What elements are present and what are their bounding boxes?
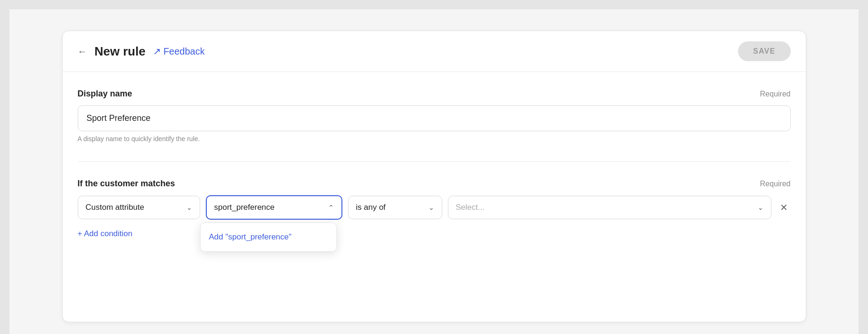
page-title: New rule <box>95 44 146 59</box>
app-container: ← New rule ↗ Feedback SAVE Display name … <box>9 9 859 334</box>
panel-content: Display name Required A display name to … <box>63 72 806 276</box>
select-placeholder: Select... <box>456 203 485 212</box>
select-chevron-icon: ⌄ <box>758 204 763 211</box>
display-name-label: Display name <box>78 89 132 99</box>
feedback-external-icon: ↗ <box>153 46 161 57</box>
sport-preference-dropdown[interactable]: sport_preference ⌃ <box>206 195 342 220</box>
is-any-of-label: is any of <box>356 203 386 212</box>
is-any-of-dropdown[interactable]: is any of ⌄ <box>348 196 442 219</box>
panel-header: ← New rule ↗ Feedback SAVE <box>63 31 806 72</box>
sport-preference-chevron-icon: ⌃ <box>328 204 334 211</box>
section-divider <box>78 161 791 162</box>
display-name-required: Required <box>760 90 791 98</box>
custom-attribute-chevron-icon: ⌄ <box>187 204 192 211</box>
conditions-label: If the customer matches <box>78 179 175 189</box>
add-condition-label: + Add condition <box>78 229 133 239</box>
conditions-required: Required <box>760 180 791 188</box>
display-name-header: Display name Required <box>78 89 791 99</box>
add-condition-button[interactable]: + Add condition <box>78 229 133 239</box>
feedback-link[interactable]: ↗ Feedback <box>153 46 205 57</box>
conditions-section: If the customer matches Required Custom … <box>78 179 791 239</box>
main-panel: ← New rule ↗ Feedback SAVE Display name … <box>62 31 806 322</box>
is-any-of-chevron-icon: ⌄ <box>429 204 434 211</box>
remove-condition-button[interactable]: ✕ <box>777 199 791 216</box>
conditions-row: Custom attribute ⌄ sport_preference ⌃ is… <box>78 195 791 220</box>
display-name-input[interactable] <box>78 105 791 131</box>
display-name-hint: A display name to quickly identify the r… <box>78 135 791 143</box>
sport-preference-label: sport_preference <box>214 203 275 212</box>
conditions-header: If the customer matches Required <box>78 179 791 189</box>
custom-attribute-label: Custom attribute <box>86 203 145 212</box>
feedback-label: Feedback <box>163 46 205 57</box>
header-left: ← New rule ↗ Feedback <box>78 44 205 59</box>
custom-attribute-dropdown[interactable]: Custom attribute ⌄ <box>78 196 200 219</box>
add-sport-preference-option[interactable]: Add "sport_preference" <box>201 226 336 248</box>
display-name-section: Display name Required A display name to … <box>78 89 791 143</box>
back-button[interactable]: ← <box>78 46 87 57</box>
sport-preference-dropdown-popup: Add "sport_preference" <box>200 223 337 252</box>
save-button[interactable]: SAVE <box>738 41 791 61</box>
select-value-dropdown[interactable]: Select... ⌄ <box>448 196 771 219</box>
